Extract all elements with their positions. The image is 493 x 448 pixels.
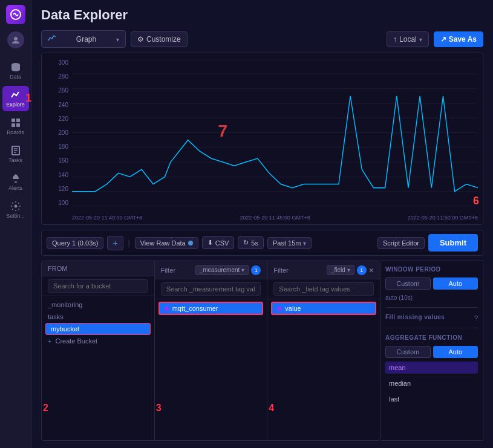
save-as-button[interactable]: ↗ Save As [434,31,483,47]
close-filter-button[interactable]: × [369,265,374,275]
download-icon: ⬇ [207,239,213,247]
upload-icon: ↑ [393,35,397,44]
sidebar-item-label-data: Data [10,74,21,80]
save-icon: ↗ [440,35,446,44]
chart-container: 300 280 260 240 220 200 180 160 140 120 … [41,53,483,225]
annotation-3: 3 [156,403,162,414]
filter1-panel-list: mqtt_consumer [155,299,267,440]
sidebar-item-boards[interactable]: Boards [2,114,29,139]
chart-svg [72,59,478,206]
sidebar-item-explore[interactable]: Explore [2,86,29,111]
field-label: _field [331,267,345,273]
sidebar-item-tasks[interactable]: Tasks [2,141,29,167]
sidebar: Data Explore Boards Tasks Alerts [0,0,31,448]
sidebar-item-label-settings: Settin... [6,213,25,219]
list-item-mqtt-consumer[interactable]: mqtt_consumer [158,302,264,315]
chart-annotation-6: 6 [473,195,479,207]
measurement-label: _measurement [200,267,240,273]
sidebar-item-data[interactable]: Data [2,58,29,83]
save-as-label: Save As [449,35,477,44]
filter2-panel-header: Filter _field 1 × [267,261,380,279]
customize-button[interactable]: ⚙ Customize [131,31,188,47]
query-label: Query 1 (0.03s) [52,239,98,247]
list-item-create-bucket[interactable]: + Create Bucket [42,335,154,347]
list-item-tasks[interactable]: tasks [42,311,154,323]
filter1-badge: 1 [251,265,261,275]
window-period-title: WINDOW PERIOD [385,266,478,273]
svg-rect-5 [11,123,15,127]
function-mean[interactable]: mean [385,362,478,374]
script-editor-label: Script Editor [383,239,419,247]
create-bucket-icon: + [48,337,51,345]
from-header-label: FROM [48,265,67,272]
list-item-value[interactable]: value [271,302,376,315]
gear-icon: ⚙ [137,35,144,44]
field-chevron [347,267,350,273]
measurement-dropdown[interactable]: _measurement [195,265,249,275]
filter2-panel: 4 Filter _field 1 × [267,261,380,440]
window-custom-button[interactable]: Custom [385,278,431,290]
list-item-monitoring[interactable]: _monitoring [42,299,154,311]
chart-x-labels: 2022-05-20 11:40:00 GMT+8 2022-05-20 11:… [72,215,478,221]
graph-button[interactable]: Graph [41,30,126,48]
toolbar: Graph ⚙ Customize ↑ Local ↗ Save As [41,30,483,48]
csv-button[interactable]: ⬇ CSV [202,236,235,249]
local-button[interactable]: ↑ Local [387,31,429,47]
view-raw-dot [188,241,193,245]
app-logo[interactable] [6,5,25,24]
time-range-button[interactable]: Past 15m [267,237,312,249]
filter1-panel: 3 Filter _measurement 1 [155,261,268,440]
view-raw-label: View Raw Data [140,239,186,247]
function-median[interactable]: median [385,377,478,389]
local-label: Local [399,35,417,44]
refresh-icon: ↻ [243,239,249,247]
main-content: Data Explorer Graph ⚙ Customize ↑ Local … [31,0,493,448]
divider1 [385,307,478,308]
fill-missing-help[interactable]: ? [474,314,478,322]
time-range-label: Past 15m [273,239,301,247]
chart-y-labels: 300 280 260 240 220 200 180 160 140 120 … [45,59,68,206]
add-query-button[interactable]: + [107,236,123,250]
window-auto-button[interactable]: Auto [433,278,478,290]
svg-rect-3 [11,118,15,122]
svg-rect-6 [16,123,20,127]
measurement-search-input[interactable] [161,282,261,296]
list-item-mybucket[interactable]: mybucket [45,323,151,335]
chart-annotation-7: 7 [218,122,228,141]
sidebar-item-label-boards: Boards [7,129,24,135]
field-dropdown[interactable]: _field [327,265,354,275]
aggregate-auto-button[interactable]: Auto [433,346,478,358]
filter1-panel-header: Filter _measurement 1 [155,261,267,279]
user-avatar[interactable] [7,31,24,48]
view-raw-button[interactable]: View Raw Data [135,237,198,249]
aggregate-title: AGGREGATE FUNCTION [385,334,478,341]
function-last[interactable]: last [385,393,478,405]
right-sidebar: WINDOW PERIOD Custom Auto auto (10s) Fil… [380,261,483,441]
filter2-search [267,279,380,299]
filter1-header-label: Filter [161,267,175,274]
script-editor-button[interactable]: Script Editor [377,237,425,249]
measurement-chevron [241,267,244,273]
graph-icon [48,34,56,44]
fill-missing-title: Fill missing values [385,314,445,320]
sidebar-item-label-alerts: Alerts [8,185,22,191]
query-bar: Query 1 (0.03s) + | View Raw Data ⬇ CSV … [41,230,483,256]
page-title: Data Explorer [41,7,483,23]
sidebar-item-alerts[interactable]: Alerts [2,169,29,195]
auto-value-label: auto (10s) [385,294,478,301]
submit-button[interactable]: Submit [428,234,478,252]
from-search [42,276,154,296]
sidebar-item-label-tasks: Tasks [8,157,22,163]
plus-icon: + [113,238,117,248]
sidebar-item-label-explore: Explore [6,102,25,108]
filter1-search [155,279,267,299]
bucket-search-input[interactable] [48,279,148,293]
sidebar-item-settings[interactable]: Settin... [2,197,29,222]
annotation-1: 1 [25,92,31,105]
divider2 [385,328,478,328]
customize-label: Customize [146,35,181,44]
interval-button[interactable]: ↻ 5s [238,236,264,249]
time-range-chevron [303,239,306,247]
field-search-input[interactable] [273,282,374,296]
aggregate-custom-button[interactable]: Custom [385,346,431,358]
